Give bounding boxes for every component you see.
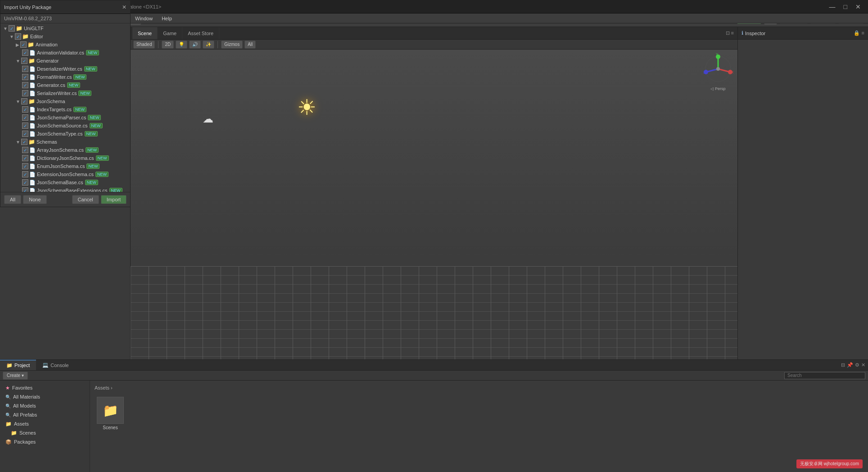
all-button[interactable]: All (4, 195, 21, 204)
sidebar-item-packages[interactable]: 📦Packages (0, 437, 90, 446)
tree-item[interactable]: 📄ArrayJsonSchema.csNEW (0, 146, 130, 154)
tree-item[interactable]: 📄DictionaryJsonSchema.csNEW (0, 154, 130, 162)
close-button[interactable]: ✕ (852, 2, 864, 11)
sidebar-item-assets[interactable]: 📁Assets (0, 419, 90, 428)
all-button-scene[interactable]: All (244, 41, 256, 49)
cancel-button[interactable]: Cancel (72, 195, 99, 204)
tree-item[interactable]: ▼📁Schemas (0, 138, 130, 146)
tree-item[interactable]: ▼📁Generator (0, 57, 130, 65)
none-button[interactable]: None (23, 195, 46, 204)
project-sidebar: ★Favorites🔍All Materials🔍All Models🔍All … (0, 381, 90, 472)
checkbox[interactable] (22, 106, 28, 113)
audio-button[interactable]: 🔊 (189, 41, 201, 49)
tree-item[interactable]: 📄IndexTargets.csNEW (0, 105, 130, 113)
create-button[interactable]: Create ▾ (3, 372, 28, 380)
file-icon: 📄 (29, 131, 36, 137)
checkbox[interactable] (21, 58, 27, 64)
sidebar-item-all-materials[interactable]: 🔍All Materials (0, 392, 90, 401)
lights-button[interactable]: 💡 (176, 41, 187, 49)
inspector-menu[interactable]: ≡ (862, 30, 864, 36)
menu-window[interactable]: Window (131, 14, 157, 23)
tab-asset-store[interactable]: Asset Store (182, 27, 219, 39)
tree-item[interactable]: 📄JsonSchemaBaseExtensions.csNEW (0, 186, 130, 192)
new-badge: NEW (86, 147, 99, 153)
checkbox[interactable] (22, 171, 28, 177)
collapse-icon[interactable]: ⊟ (841, 362, 845, 368)
tree-item[interactable]: 📄EnumJsonSchema.csNEW (0, 162, 130, 170)
tree-item[interactable]: 📄DeserializerWriter.csNEW (0, 65, 130, 73)
new-badge: NEW (85, 180, 98, 185)
tree-item[interactable]: ▶📁Animation (0, 41, 130, 49)
sidebar-item-all-models[interactable]: 🔍All Models (0, 401, 90, 410)
tab-scene[interactable]: Scene (132, 27, 158, 39)
sidebar-icon: 🔍 (5, 404, 11, 408)
sidebar-icon: 📁 (5, 421, 12, 427)
import-button[interactable]: Import (101, 195, 127, 204)
minimize-button[interactable]: — (826, 2, 839, 11)
checkbox[interactable] (21, 139, 27, 145)
asset-item[interactable]: 📁Scenes (95, 397, 126, 430)
checkbox[interactable] (9, 25, 15, 32)
scene-canvas[interactable]: ☀ ☁ Y X Z ◁ Persp (131, 50, 737, 359)
2d-button[interactable]: 2D (162, 41, 174, 49)
tree-item[interactable]: 📄AnimationValidator.csNEW (0, 49, 130, 57)
checkbox[interactable] (22, 82, 28, 88)
gizmos-button[interactable]: Gizmos (221, 41, 243, 49)
title-bar-controls: — □ ✕ (826, 2, 868, 11)
sidebar-label: Packages (14, 439, 36, 445)
sun-icon: ☀ (297, 95, 316, 120)
tree-item[interactable]: ▼📁UniGLTF (0, 24, 130, 32)
checkbox[interactable] (22, 74, 28, 80)
close-bottom[interactable]: ✕ (861, 362, 865, 368)
checkbox[interactable] (22, 163, 28, 169)
checkbox[interactable] (21, 98, 27, 104)
checkbox[interactable] (22, 114, 28, 121)
tree-item[interactable]: 📄ExtensionJsonSchema.csNEW (0, 170, 130, 178)
search-input[interactable] (784, 372, 865, 379)
arrow-icon: ▼ (16, 59, 20, 64)
tree-item[interactable]: 📄JsonSchemaType.csNEW (0, 130, 130, 138)
checkbox[interactable] (22, 50, 28, 56)
checkbox[interactable] (22, 66, 28, 72)
sidebar-item-favorites[interactable]: ★Favorites (0, 383, 90, 392)
checkbox[interactable] (22, 179, 28, 186)
bottom-panel: 📁 Project 💻 Console ⊟ 📌 ⚙ ✕ Create ▾ ★Fa… (0, 359, 868, 472)
tab-console[interactable]: 💻 Console (36, 360, 75, 370)
item-name: ArrayJsonSchema.cs (37, 147, 84, 153)
settings-icon[interactable]: ⚙ (855, 362, 859, 368)
menu-bar: Window Help (131, 14, 868, 23)
menu-help[interactable]: Help (157, 14, 176, 23)
inspector-lock[interactable]: 🔒 (854, 30, 860, 36)
tab-project[interactable]: 📁 Project (0, 360, 36, 370)
bottom-toolbar: Create ▾ (0, 371, 868, 381)
tree-item[interactable]: 📄JsonSchemaSource.csNEW (0, 122, 130, 130)
bottom-tabs: 📁 Project 💻 Console ⊟ 📌 ⚙ ✕ (0, 360, 868, 371)
sidebar-item-all-prefabs[interactable]: 🔍All Prefabs (0, 410, 90, 419)
sidebar-item-scenes[interactable]: 📁Scenes (0, 428, 90, 437)
tree-item[interactable]: 📄FormatWriter.csNEW (0, 73, 130, 81)
checkbox[interactable] (22, 131, 28, 137)
item-name: FormatWriter.cs (37, 74, 72, 80)
checkbox[interactable] (22, 123, 28, 129)
checkbox[interactable] (22, 90, 28, 96)
checkbox[interactable] (22, 187, 28, 192)
tab-game[interactable]: Game (158, 27, 182, 39)
tree-item[interactable]: ▼📁Editor (0, 32, 130, 41)
maximize-button[interactable]: □ (840, 2, 851, 11)
tree-item[interactable]: 📄SerializerWriter.csNEW (0, 89, 130, 97)
tree-item[interactable]: 📄Generator.csNEW (0, 81, 130, 89)
tree-item[interactable]: 📄JsonSchemaBase.csNEW (0, 178, 130, 186)
pin-icon[interactable]: 📌 (847, 362, 853, 368)
tree-item[interactable]: 📄JsonSchemaParser.csNEW (0, 113, 130, 122)
checkbox[interactable] (22, 147, 28, 153)
new-badge: NEW (88, 115, 101, 120)
shading-dropdown[interactable]: Shaded (133, 41, 155, 49)
folder-icon: 📁 (22, 33, 29, 40)
checkbox[interactable] (22, 155, 28, 161)
item-name: Generator (36, 58, 59, 64)
tree-item[interactable]: ▼📁JsonSchema (0, 97, 130, 105)
checkbox[interactable] (15, 33, 21, 40)
fx-button[interactable]: ✨ (203, 41, 214, 49)
checkbox[interactable] (20, 41, 27, 48)
import-panel-close[interactable]: ✕ (122, 4, 127, 10)
